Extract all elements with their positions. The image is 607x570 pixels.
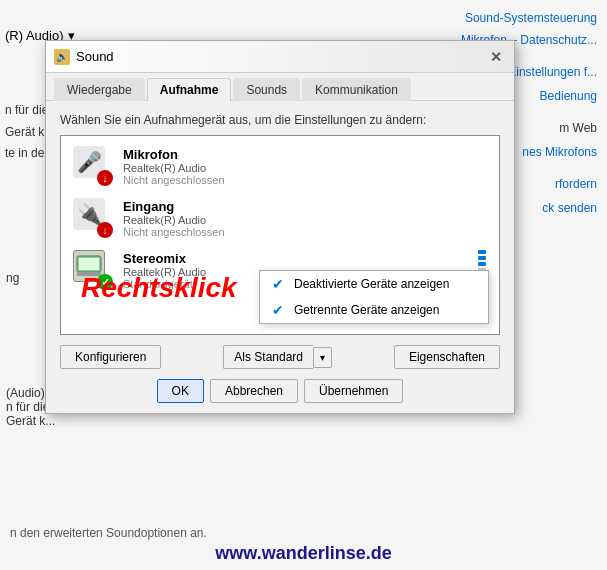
dialog-body: Wählen Sie ein Aufnahmegerät aus, um die…	[46, 101, 514, 413]
check-icon-deaktivierte: ✔	[270, 276, 286, 292]
title-bar-left: 🔊 Sound	[54, 49, 114, 65]
tab-kommunikation[interactable]: Kommunikation	[302, 78, 411, 101]
bg-footer-text: n den erweiterten Soundoptionen an.	[10, 526, 207, 540]
context-menu-item-getrennte[interactable]: ✔ Getrennte Geräte anzeigen	[260, 297, 488, 323]
ubernehmen-button[interactable]: Übernehmen	[304, 379, 403, 403]
tab-sounds[interactable]: Sounds	[233, 78, 300, 101]
eingang-name: Eingang	[123, 199, 487, 214]
check-icon-getrennte: ✔	[270, 302, 286, 318]
sound-dialog: 🔊 Sound ✕ Wiedergabe Aufnahme Sounds Kom…	[45, 40, 515, 414]
footer-row1: Konfigurieren Als Standard ▾ Eigenschaft…	[60, 345, 500, 369]
tab-wiedergabe[interactable]: Wiedergabe	[54, 78, 145, 101]
eingang-sub: Realtek(R) Audio	[123, 214, 487, 226]
mikrofon-name: Mikrofon	[123, 147, 487, 162]
mikrofon-badge: ↓	[97, 170, 113, 186]
eingang-badge: ↓	[97, 222, 113, 238]
mikrofon-sub: Realtek(R) Audio	[123, 162, 487, 174]
eingang-icon-wrap: 🔌 ↓	[73, 198, 113, 238]
sound-title-icon: 🔊	[54, 49, 70, 65]
dialog-title: Sound	[76, 49, 114, 64]
footer-row2: OK Abbrechen Übernehmen	[60, 379, 500, 403]
mikrofon-icon-wrap: 🎤 ↓	[73, 146, 113, 186]
level-seg-2	[478, 256, 486, 260]
als-standard-button[interactable]: Als Standard	[223, 345, 313, 369]
device-eingang[interactable]: 🔌 ↓ Eingang Realtek(R) Audio Nicht anges…	[65, 192, 495, 244]
ok-button[interactable]: OK	[157, 379, 204, 403]
mikrofon-status: Nicht angeschlossen	[123, 174, 487, 186]
abbrechen-button[interactable]: Abbrechen	[210, 379, 298, 403]
context-menu-label-deaktivierte: Deaktivierte Geräte anzeigen	[294, 277, 449, 291]
tabs-bar: Wiedergabe Aufnahme Sounds Kommunikation	[46, 73, 514, 101]
mikrofon-info: Mikrofon Realtek(R) Audio Nicht angeschl…	[123, 147, 487, 186]
stereomix-name: Stereomix	[123, 251, 467, 266]
bg-right-links: Einstellungen f... Bedienung m Web nes M…	[508, 60, 597, 220]
svg-rect-1	[79, 258, 99, 270]
context-menu-label-getrennte: Getrennte Geräte anzeigen	[294, 303, 439, 317]
tab-aufnahme[interactable]: Aufnahme	[147, 78, 232, 101]
rechtsklick-label: Rechtsklick	[81, 272, 237, 304]
level-seg-3	[478, 262, 486, 266]
close-button[interactable]: ✕	[486, 47, 506, 67]
device-list: 🎤 ↓ Mikrofon Realtek(R) Audio Nicht ange…	[60, 135, 500, 335]
eingang-info: Eingang Realtek(R) Audio Nicht angeschlo…	[123, 199, 487, 238]
brand-text: www.wanderlinse.de	[0, 543, 607, 564]
als-standard-split: Als Standard ▾	[223, 345, 332, 369]
title-bar: 🔊 Sound ✕	[46, 41, 514, 73]
context-menu: ✔ Deaktivierte Geräte anzeigen ✔ Getrenn…	[259, 270, 489, 324]
device-mikrofon[interactable]: 🎤 ↓ Mikrofon Realtek(R) Audio Nicht ange…	[65, 140, 495, 192]
instruction-text: Wählen Sie ein Aufnahmegerät aus, um die…	[60, 113, 500, 127]
eigenschaften-button[interactable]: Eigenschaften	[394, 345, 500, 369]
eingang-status: Nicht angeschlossen	[123, 226, 487, 238]
context-menu-item-deaktivierte[interactable]: ✔ Deaktivierte Geräte anzeigen	[260, 271, 488, 297]
als-standard-arrow[interactable]: ▾	[313, 347, 332, 368]
konfigurieren-button[interactable]: Konfigurieren	[60, 345, 161, 369]
bg-left-ng: ng	[0, 265, 25, 291]
level-seg-1	[478, 250, 486, 254]
